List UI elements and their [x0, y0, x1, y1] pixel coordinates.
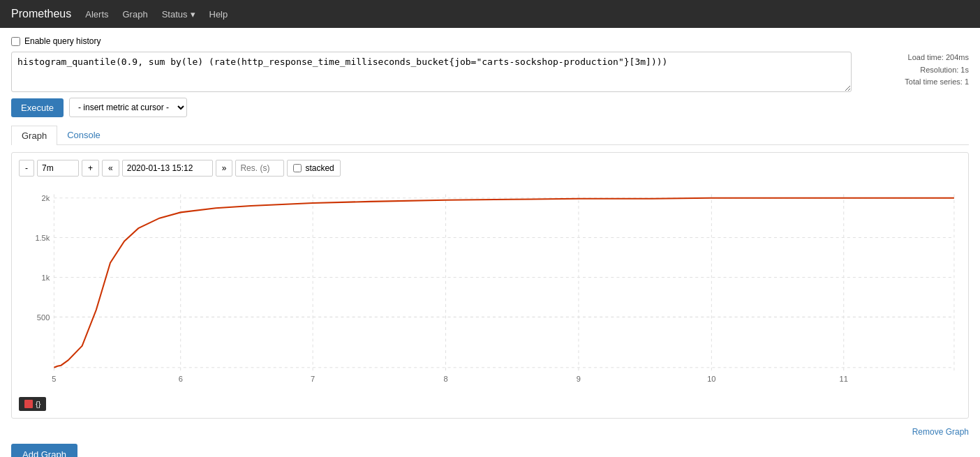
nav-alerts[interactable]: Alerts [85, 9, 108, 20]
metric-selector[interactable]: - insert metric at cursor - [69, 98, 187, 117]
stacked-checkbox[interactable] [293, 164, 302, 172]
chevron-down-icon: ▾ [191, 9, 195, 20]
tab-console[interactable]: Console [57, 126, 110, 144]
svg-text:2k: 2k [42, 194, 50, 202]
resolution-input[interactable] [235, 160, 284, 177]
svg-text:7: 7 [311, 375, 315, 383]
navbar: Prometheus Alerts Graph Status ▾ Help [0, 0, 980, 28]
load-time: Load time: 204ms [857, 52, 969, 64]
svg-text:1k: 1k [42, 273, 50, 281]
query-row: histogram_quantile(0.9, sum by(le) (rate… [11, 52, 969, 92]
svg-text:10: 10 [707, 375, 715, 383]
legend-item[interactable]: {} [19, 397, 46, 411]
forward-button[interactable]: » [216, 160, 233, 177]
query-history-row: Enable query history [11, 36, 969, 46]
add-graph-button[interactable]: Add Graph [11, 444, 77, 457]
chart-container: 2k 1.5k 1k 500 5 6 7 8 9 10 [19, 183, 961, 393]
load-info: Load time: 204ms Resolution: 1s Total ti… [857, 52, 969, 89]
svg-text:8: 8 [443, 375, 447, 383]
tabs: Graph Console [11, 126, 969, 145]
svg-text:500: 500 [37, 313, 50, 321]
nav-graph[interactable]: Graph [123, 9, 148, 20]
legend-color-swatch [24, 400, 33, 408]
datetime-input[interactable] [122, 160, 213, 177]
nav-status-label[interactable]: Status [162, 9, 188, 20]
query-history-label[interactable]: Enable query history [24, 36, 101, 46]
stacked-button[interactable]: stacked [287, 160, 340, 177]
svg-text:11: 11 [840, 375, 848, 383]
legend: {} [19, 397, 961, 411]
remove-graph-link[interactable]: Remove Graph [912, 427, 969, 437]
main-content: Enable query history histogram_quantile(… [0, 28, 980, 457]
chart-line [54, 198, 954, 368]
back-button[interactable]: « [102, 160, 119, 177]
zoom-in-button[interactable]: + [82, 160, 99, 177]
time-range-input[interactable] [37, 160, 79, 177]
execute-button[interactable]: Execute [11, 98, 64, 117]
zoom-out-button[interactable]: - [19, 160, 34, 177]
resolution: Resolution: 1s [857, 64, 969, 77]
navbar-brand: Prometheus [11, 8, 71, 20]
svg-text:5: 5 [52, 375, 56, 383]
query-input[interactable]: histogram_quantile(0.9, sum by(le) (rate… [11, 52, 852, 92]
stacked-label: stacked [305, 163, 334, 173]
svg-text:9: 9 [577, 375, 581, 383]
svg-text:1.5k: 1.5k [35, 234, 50, 242]
graph-panel: - + « » stacked 2k 1.5k [11, 152, 969, 419]
total-series: Total time series: 1 [857, 76, 969, 89]
chart-svg: 2k 1.5k 1k 500 5 6 7 8 9 10 [19, 183, 961, 393]
legend-label: {} [36, 400, 40, 408]
execute-row: Execute - insert metric at cursor - [11, 98, 969, 117]
nav-help[interactable]: Help [209, 9, 228, 20]
nav-status[interactable]: Status ▾ [162, 9, 195, 20]
controls-row: - + « » stacked [19, 160, 961, 177]
tab-graph[interactable]: Graph [11, 126, 57, 145]
query-history-checkbox[interactable] [11, 37, 20, 46]
svg-text:6: 6 [179, 375, 183, 383]
remove-graph-row: Remove Graph [11, 424, 969, 440]
